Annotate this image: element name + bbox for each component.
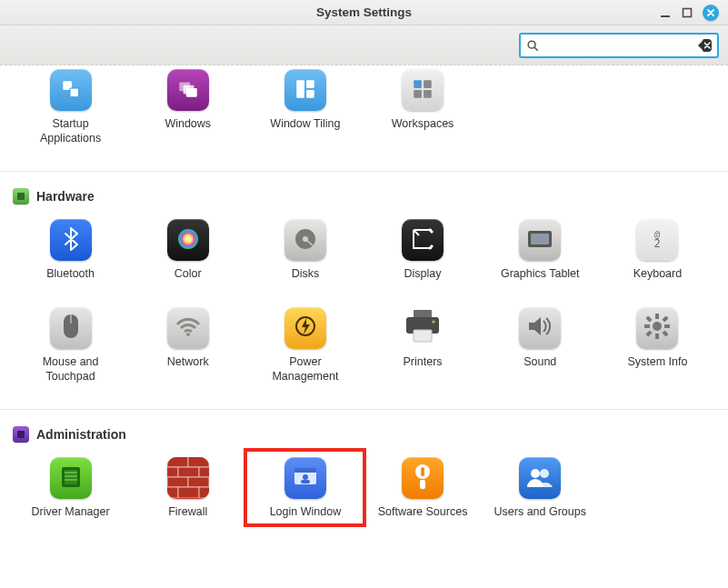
mouse-icon <box>61 313 81 343</box>
item-system-info[interactable]: System Info <box>602 307 713 384</box>
item-sound[interactable]: Sound <box>484 307 596 384</box>
category-title: Administration <box>36 427 126 442</box>
svg-rect-53 <box>188 457 209 467</box>
item-driver-manager[interactable]: Driver Manager <box>15 457 126 520</box>
driver-manager-icon <box>57 463 85 493</box>
svg-rect-9 <box>296 80 304 98</box>
svg-rect-52 <box>167 457 188 467</box>
svg-rect-5 <box>69 87 78 96</box>
item-login-window[interactable]: Login Window <box>244 448 366 527</box>
svg-rect-57 <box>167 477 188 487</box>
keyboard-icon: @2 <box>645 227 669 254</box>
item-workspaces[interactable]: Workspaces <box>366 78 478 145</box>
item-disks[interactable]: Disks <box>249 219 361 282</box>
item-bluetooth[interactable]: Bluetooth <box>15 219 126 282</box>
svg-rect-11 <box>306 90 314 98</box>
svg-rect-10 <box>306 80 314 88</box>
item-printers[interactable]: Printers <box>366 307 478 384</box>
svg-rect-13 <box>424 80 432 88</box>
item-label: Software Sources <box>378 505 468 520</box>
close-button[interactable] <box>703 5 719 21</box>
svg-rect-48 <box>65 470 77 484</box>
window-tiling-icon <box>294 77 317 104</box>
item-color[interactable]: Color <box>132 219 244 282</box>
svg-rect-15 <box>424 90 432 98</box>
item-display[interactable]: Display <box>366 219 478 282</box>
search-input[interactable] <box>539 38 703 52</box>
svg-rect-55 <box>178 467 199 477</box>
bluetooth-icon <box>60 226 82 254</box>
item-label: Users and Groups <box>494 505 586 520</box>
graphics-tablet-icon <box>526 228 553 253</box>
display-icon <box>410 226 435 254</box>
svg-rect-40 <box>644 324 650 328</box>
power-icon <box>293 314 318 342</box>
svg-rect-59 <box>167 487 178 498</box>
clear-search-icon[interactable] <box>703 39 712 52</box>
item-network[interactable]: Network <box>132 307 244 384</box>
item-windows[interactable]: Windows <box>132 78 244 145</box>
svg-rect-63 <box>294 468 316 473</box>
svg-rect-1 <box>683 8 692 16</box>
svg-rect-44 <box>663 316 669 323</box>
item-label: Startup Applications <box>21 117 121 145</box>
item-mouse-touchpad[interactable]: Mouse and Touchpad <box>15 307 126 384</box>
svg-marker-31 <box>302 318 310 334</box>
svg-rect-41 <box>664 324 670 328</box>
svg-rect-45 <box>646 331 653 337</box>
svg-rect-43 <box>663 331 669 337</box>
window-title: System Settings <box>0 5 728 19</box>
workspaces-icon <box>411 77 434 104</box>
item-label: Display <box>404 267 442 282</box>
administration-category-icon <box>13 426 29 443</box>
svg-rect-8 <box>186 87 197 96</box>
category-title: Hardware <box>36 189 95 204</box>
firewall-icon <box>167 457 209 499</box>
svg-rect-14 <box>414 90 422 98</box>
settings-content: Startup Applications Windows Window Tili… <box>0 65 728 588</box>
svg-rect-12 <box>414 80 422 88</box>
item-label: Driver Manager <box>32 505 110 520</box>
svg-point-71 <box>540 469 549 478</box>
users-icon <box>525 465 554 492</box>
item-window-tiling[interactable]: Window Tiling <box>249 78 361 145</box>
svg-rect-56 <box>199 467 209 477</box>
item-label: Window Tiling <box>270 117 340 132</box>
svg-point-64 <box>303 474 308 480</box>
category-administration: Administration Driver Manager <box>0 410 728 545</box>
titlebar: System Settings <box>0 0 728 25</box>
maximize-button[interactable] <box>681 6 693 19</box>
svg-rect-34 <box>414 330 432 342</box>
item-label: Windows <box>165 117 211 132</box>
svg-rect-46 <box>17 431 25 438</box>
minimize-button[interactable] <box>659 6 672 19</box>
item-keyboard[interactable]: @2 Keyboard <box>602 219 713 282</box>
item-power-management[interactable]: Power Management <box>249 307 361 384</box>
wifi-icon <box>175 315 202 340</box>
item-startup-applications[interactable]: Startup Applications <box>15 78 126 145</box>
item-firewall[interactable]: Firewall <box>132 457 244 520</box>
printer-icon <box>403 308 443 347</box>
item-label: Mouse and Touchpad <box>21 355 121 384</box>
item-label: Firewall <box>168 505 207 520</box>
item-label: Workspaces <box>392 117 454 132</box>
login-window-icon <box>292 465 319 492</box>
disks-icon <box>292 225 319 255</box>
svg-line-3 <box>534 47 537 50</box>
svg-rect-39 <box>655 334 659 339</box>
svg-rect-65 <box>301 480 310 483</box>
svg-point-70 <box>531 469 540 478</box>
svg-point-35 <box>432 321 434 324</box>
item-users-groups[interactable]: Users and Groups <box>484 457 596 520</box>
item-label: Network <box>167 355 209 370</box>
hardware-category-icon <box>13 188 29 204</box>
item-software-sources[interactable]: Software Sources <box>366 457 478 520</box>
svg-marker-36 <box>529 317 541 335</box>
item-graphics-tablet[interactable]: Graphics Tablet <box>484 219 596 282</box>
item-label: Disks <box>292 267 320 282</box>
svg-point-37 <box>653 322 662 331</box>
svg-rect-54 <box>167 467 178 477</box>
svg-text:2: 2 <box>654 237 661 250</box>
search-box[interactable] <box>519 33 719 58</box>
svg-rect-60 <box>178 487 199 498</box>
